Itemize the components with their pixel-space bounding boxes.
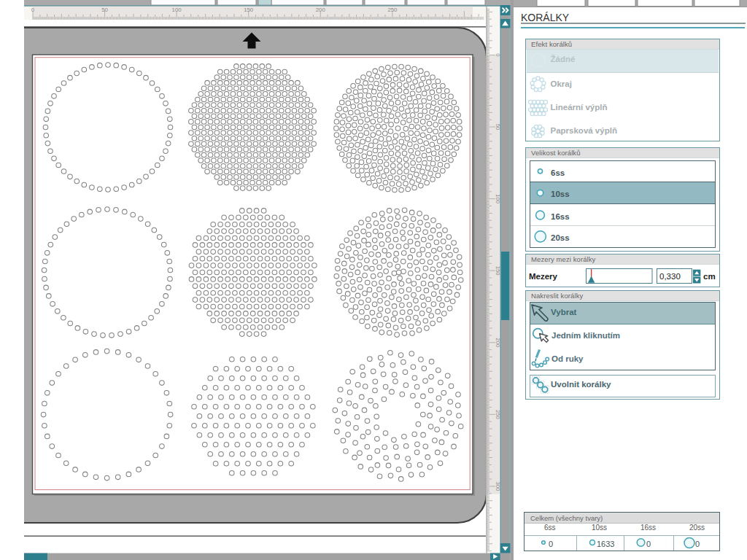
svg-text:200: 200: [495, 338, 501, 348]
svg-text:50: 50: [101, 7, 108, 13]
svg-text:100: 100: [495, 194, 501, 204]
svg-text:200: 200: [316, 7, 326, 13]
svg-text:250: 250: [495, 410, 501, 420]
svg-text:100: 100: [172, 7, 182, 13]
svg-text:0: 0: [31, 7, 35, 13]
svg-text:0: 0: [495, 53, 501, 57]
svg-text:150: 150: [244, 7, 254, 13]
svg-text:250: 250: [387, 7, 398, 13]
svg-text:300: 300: [495, 481, 501, 491]
svg-text:50: 50: [495, 124, 501, 131]
svg-text:150: 150: [495, 266, 501, 276]
